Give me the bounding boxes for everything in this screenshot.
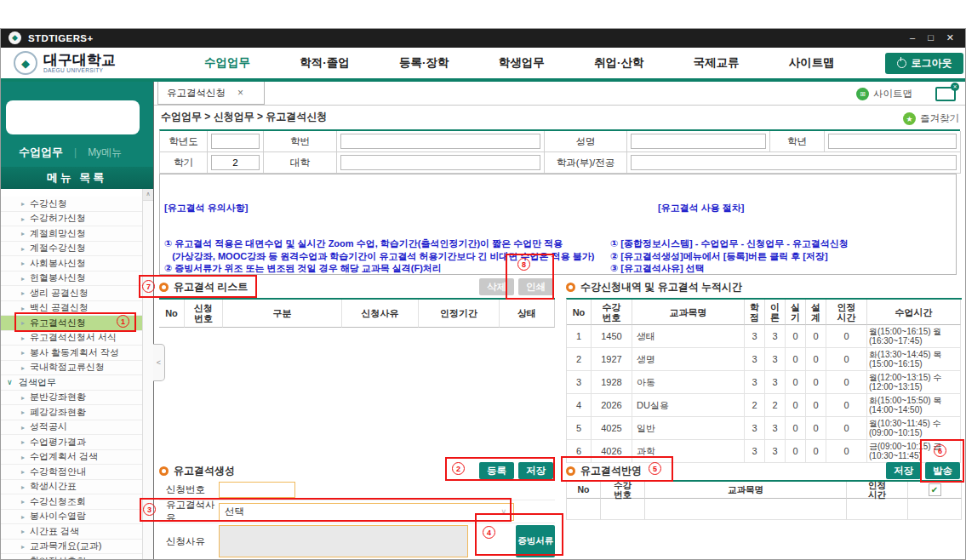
sidebar-tab-lecture[interactable]: 수업업무 <box>19 145 63 160</box>
logout-button[interactable]: 로그아웃 <box>885 53 963 74</box>
sidebar-menu-item[interactable]: 수업평가결과 <box>0 435 142 450</box>
delete-button[interactable]: 삭제 <box>479 278 514 295</box>
sidebar-menu-item[interactable]: 교과목개요(교과) <box>0 540 142 555</box>
close-all-windows-icon[interactable] <box>935 87 956 101</box>
minimize-icon[interactable]: – <box>910 32 915 43</box>
sidebar-menu-item[interactable]: 수강허가신청 <box>0 212 142 227</box>
sidebar-menu-item[interactable]: 봉사이수열람 <box>0 510 142 525</box>
sidebar-menu-item[interactable]: 사회봉사신청 <box>0 256 142 271</box>
favorite-label: 즐겨찾기 <box>920 112 959 125</box>
sidebar-menu-item[interactable]: 폐강강좌현황 <box>0 405 142 420</box>
application-no-input[interactable] <box>219 482 295 498</box>
sidebar-menu-item[interactable]: 검색업무 <box>0 375 142 391</box>
absence-reason-select[interactable]: 선택 ∨ <box>219 503 514 521</box>
sidebar-menu-item-label: 수업계획서 검색 <box>30 450 98 463</box>
breadcrumb: 수업업무 > 신청업무 > 유고결석신청 <box>161 110 327 124</box>
cell-course-no: 1450 <box>592 325 632 348</box>
register-button[interactable]: 등록 <box>479 462 514 479</box>
column-header: 인정 시간 <box>826 300 867 325</box>
sidebar-menu-item[interactable]: 유고결석신청 <box>0 316 142 331</box>
tab-absence-application[interactable]: 유고결석신청 × <box>157 82 265 105</box>
cell-no: 1 <box>567 325 592 348</box>
cell-credit: 3 <box>745 348 765 371</box>
table-row: 3 1928 아동 3 3 0 0 0 월(12:00~13:15) 수(12:… <box>567 371 962 394</box>
nav-item[interactable]: 수업업무 <box>204 55 250 71</box>
nav-item[interactable]: 사이트맵 <box>789 55 835 71</box>
favorite-button[interactable]: ★ 즐겨찾기 <box>903 112 959 125</box>
sidebar-menu-item[interactable]: 학생시간표 <box>0 480 142 495</box>
scroll-up-icon[interactable]: ∧ <box>143 189 153 201</box>
name-input[interactable] <box>631 134 766 149</box>
cell-recognized-hours: 0 <box>826 440 867 463</box>
year-input[interactable] <box>211 134 260 149</box>
notice-line: ② 증빙서류가 위조 또는 변조된 것일 경우 해당 교과목 실격(F)처리 <box>164 262 605 274</box>
sidebar-menu-item[interactable]: 헌혈봉사신청 <box>0 271 142 287</box>
sidebar-menu-item[interactable]: 유고결석신청서 서식 <box>0 331 142 346</box>
notice-precautions-title: [유고결석 유의사항] <box>164 202 605 214</box>
cell-recognized-hours: 0 <box>826 417 867 440</box>
send-button[interactable]: 발송 <box>925 462 960 479</box>
cell-class-time: 월(15:00~16:15) 월(16:30~17:45) <box>867 325 961 348</box>
cell-practice: 0 <box>786 371 806 394</box>
sidebar-menu-item[interactable]: 취업적성추천 <box>0 554 142 560</box>
sidebar-menu-item[interactable]: 계절수강신청 <box>0 242 142 257</box>
sitemap-label: 사이트맵 <box>873 88 912 100</box>
sidebar-menu-item[interactable]: 생리 공결신청 <box>0 286 142 301</box>
sidebar-menu-item-label: 폐강강좌현황 <box>30 406 86 419</box>
sidebar: 수업업무 | My메뉴 메뉴 목록 수강신청 수강허가신청 계절희망신청 계 <box>0 82 153 560</box>
sidebar-menu-item[interactable]: 국내학점교류신청 <box>0 361 142 376</box>
cell-theory: 3 <box>765 417 786 440</box>
cell-recognized-hours: 0 <box>826 325 867 348</box>
sidebar-menu-item[interactable]: 봉사 활동계획서 작성 <box>0 346 142 361</box>
absence-list-table: No 신청 번호 구분 신청사유 인정기간 상태 <box>159 298 555 328</box>
notice-line: ① [종합정보시스템] - 수업업무 - 신청업무 - 유고결석신청 <box>610 237 956 249</box>
term-input[interactable] <box>211 155 260 170</box>
cell-no: 2 <box>567 348 592 371</box>
absence-list-panel: 유고결석 리스트 삭제 인쇄 No 신청 번호 구분 신청사유 인정기간 상태 <box>159 277 555 328</box>
sidebar-scrollbar[interactable]: ∧ <box>142 189 153 560</box>
sidebar-menu-item[interactable]: 계절희망신청 <box>0 226 142 242</box>
sidebar-menu-item[interactable]: 시간표 검색 <box>0 524 142 540</box>
cell-recognized-hours: 0 <box>826 371 867 394</box>
dept-input[interactable] <box>631 155 957 170</box>
sidebar-menu-item[interactable]: 수업계획서 검색 <box>0 450 142 466</box>
student-id-label: 학번 <box>264 131 337 152</box>
select-all-checkbox[interactable]: ✔ <box>929 483 941 496</box>
notice-line: ④ [증빙서류]선택 후 파일 업로드 - 저장 클릭 <box>610 274 956 275</box>
sidebar-menu-item-label: 수강신청 <box>30 197 67 210</box>
sidebar-menu-item-label: 생리 공결신청 <box>30 287 89 300</box>
sidebar-menu-item[interactable]: 분반강좌현황 <box>0 391 142 406</box>
absence-create-title: 유고결석생성 <box>174 464 235 478</box>
sidebar-menu-item[interactable]: 수강학점안내 <box>0 465 142 480</box>
grade-input[interactable] <box>828 134 957 149</box>
print-button[interactable]: 인쇄 <box>518 278 553 295</box>
sidebar-menu-item[interactable]: 성적공시 <box>0 420 142 436</box>
course-table-panel: 수강신청내역 및 유고결석 누적시간 No 수강 번호 교과목명 학 점 이 론… <box>566 277 962 463</box>
nav-item[interactable]: 학적·졸업 <box>300 55 350 71</box>
column-header: 설 계 <box>806 300 826 325</box>
nav-item[interactable]: 등록·장학 <box>399 55 449 71</box>
sidebar-menu-item[interactable]: 수강신청 <box>0 197 142 212</box>
cell-practice: 0 <box>786 325 806 348</box>
tab-close-icon[interactable]: × <box>237 87 243 99</box>
close-icon[interactable]: ✕ <box>946 32 954 43</box>
college-input[interactable] <box>340 155 540 170</box>
nav-item[interactable]: 취업·산학 <box>594 55 644 71</box>
sitemap-link[interactable]: ⊞ 사이트맵 <box>856 88 912 100</box>
maximize-icon[interactable]: □ <box>928 32 934 43</box>
sidebar-menu-item[interactable]: 수강신청조회 <box>0 494 142 510</box>
sidebar-collapse-handle[interactable]: < <box>153 344 165 381</box>
header-divider <box>0 78 966 82</box>
cell-theory: 3 <box>765 440 786 463</box>
table-row: 4 2026 DU실용 2 2 0 0 0 화(15:00~15:50) 목(1… <box>567 394 962 417</box>
evidence-button[interactable]: 증빙서류 <box>516 525 555 557</box>
student-id-input[interactable] <box>340 134 540 149</box>
save-button[interactable]: 저장 <box>518 462 553 479</box>
sidebar-tab-mymenu[interactable]: My메뉴 <box>88 146 122 160</box>
nav-item[interactable]: 학생업무 <box>499 55 545 71</box>
column-header: 실 기 <box>786 300 806 325</box>
sidebar-menu-item[interactable]: 백신 공결신청 <box>0 301 142 317</box>
apply-save-button[interactable]: 저장 <box>886 462 921 479</box>
application-reason-textarea[interactable] <box>219 525 468 557</box>
nav-item[interactable]: 국제교류 <box>694 55 740 71</box>
